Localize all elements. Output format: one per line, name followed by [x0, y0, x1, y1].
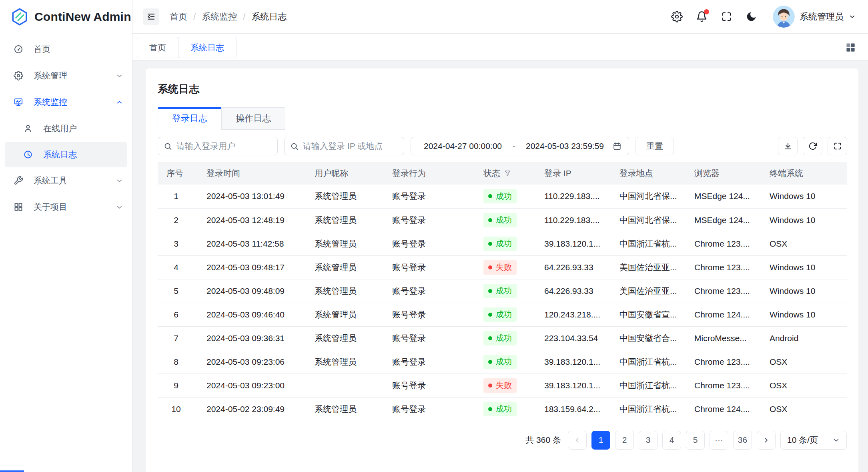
cell-behavior: 账号登录 — [392, 279, 483, 303]
cell-nickname: 系统管理员 — [315, 326, 392, 350]
login-user-search[interactable] — [158, 137, 278, 155]
reset-button[interactable]: 重置 — [635, 137, 674, 155]
cell-behavior: 账号登录 — [392, 303, 483, 326]
sidebar-menu: 首页 系统管理 系统监控 — [0, 34, 132, 220]
export-button[interactable] — [778, 137, 798, 155]
table-row: 7 2024-05-03 09:36:31 系统管理员 账号登录 成功 223.… — [158, 326, 847, 350]
sidebar-collapse-button[interactable] — [143, 8, 159, 25]
sidebar-item-online-users[interactable]: 在线用户 — [0, 115, 132, 142]
cell-os: OSX — [770, 232, 847, 255]
refresh-button[interactable] — [803, 137, 822, 155]
cell-browser: Chrome 123.... — [694, 255, 770, 279]
sidebar-item-system-log[interactable]: 系统日志 — [5, 142, 127, 167]
table-fullscreen-button[interactable] — [828, 137, 847, 155]
page-number-label: 4 — [670, 435, 674, 445]
pagination-total: 共 360 条 — [525, 434, 561, 446]
page-number-button[interactable]: 5 — [686, 431, 705, 450]
cell-time: 2024-05-03 09:36:31 — [206, 326, 315, 350]
cell-location: 中国浙江省杭... — [619, 397, 694, 421]
page-number-button[interactable]: ··· — [710, 431, 728, 450]
cell-behavior: 账号登录 — [392, 255, 483, 279]
tab-login-log[interactable]: 登录日志 — [158, 107, 222, 130]
cell-os: Windows 10 — [770, 185, 847, 208]
settings-button[interactable] — [671, 11, 683, 22]
status-dot-icon — [488, 384, 492, 388]
page-number-button[interactable]: 2 — [615, 431, 634, 450]
tab-system-log[interactable]: 系统日志 — [178, 37, 237, 58]
table-row: 10 2024-05-02 23:09:49 系统管理员 账号登录 成功 183… — [158, 397, 847, 421]
table-row: 6 2024-05-03 09:46:40 系统管理员 账号登录 成功 120.… — [158, 303, 847, 326]
sidebar-item-system-management[interactable]: 系统管理 — [0, 62, 132, 89]
page-number-button[interactable]: 4 — [662, 431, 681, 450]
app-root: ContiNew Admin 首页 系统管理 — [0, 0, 868, 472]
refresh-icon — [808, 142, 817, 151]
login-ip-search[interactable] — [284, 137, 404, 155]
login-ip-input[interactable] — [303, 141, 398, 151]
cell-status: 成功 — [483, 350, 544, 374]
status-badge: 成功 — [483, 331, 517, 345]
date-range-picker[interactable]: 2024-04-27 00:00:00 - 2024-05-03 23:59:5… — [411, 137, 629, 155]
cell-ip: 39.183.120.1... — [544, 350, 619, 374]
date-end[interactable]: 2024-05-03 23:59:59 — [526, 141, 604, 151]
tab-actions-button[interactable] — [845, 42, 856, 53]
tab-home[interactable]: 首页 — [137, 37, 178, 58]
download-icon — [784, 142, 792, 151]
cell-no: 6 — [158, 303, 206, 326]
fullscreen-button[interactable] — [721, 11, 732, 22]
cell-behavior: 账号登录 — [392, 326, 483, 350]
status-label: 成功 — [496, 333, 512, 343]
user-menu[interactable]: 系统管理员 — [773, 6, 856, 28]
login-user-input[interactable] — [176, 141, 272, 151]
cell-status: 成功 — [483, 232, 544, 255]
date-start[interactable]: 2024-04-27 00:00:00 — [424, 141, 502, 151]
filter-funnel-icon[interactable] — [504, 169, 511, 177]
table-row: 1 2024-05-03 13:01:49 系统管理员 账号登录 成功 110.… — [158, 185, 847, 208]
page-size-select[interactable]: 10 条/页 — [780, 431, 847, 450]
sidebar-item-system-monitor[interactable]: 系统监控 — [0, 89, 132, 115]
status-dot-icon — [488, 218, 492, 222]
breadcrumb-section[interactable]: 系统监控 — [202, 11, 237, 23]
breadcrumb-current: 系统日志 — [251, 11, 287, 23]
page-number-button[interactable]: 36 — [733, 431, 752, 450]
sidebar-item-about-project[interactable]: 关于项目 — [0, 194, 132, 220]
dark-mode-button[interactable] — [746, 11, 757, 22]
user-icon — [23, 124, 33, 133]
notifications-button[interactable] — [696, 11, 708, 22]
page-number-button[interactable]: 3 — [639, 431, 658, 450]
column-header-status: 状态 — [483, 162, 544, 185]
filter-row: 2024-04-27 00:00:00 - 2024-05-03 23:59:5… — [158, 137, 847, 155]
status-dot-icon — [488, 242, 492, 246]
cell-ip: 64.226.93.33 — [544, 279, 619, 303]
cell-browser: Chrome 123.... — [694, 232, 770, 255]
date-separator: - — [513, 141, 515, 151]
clock-icon — [23, 150, 33, 159]
cell-behavior: 账号登录 — [392, 350, 483, 374]
page-number-label: 5 — [693, 435, 698, 445]
prev-page-button[interactable] — [568, 431, 587, 450]
tab-operation-log[interactable]: 操作日志 — [221, 107, 285, 130]
cell-os: Windows 10 — [770, 279, 847, 303]
cell-os: OSX — [770, 374, 847, 397]
cell-no: 5 — [158, 279, 206, 303]
breadcrumb-home[interactable]: 首页 — [170, 11, 187, 23]
app-logo[interactable]: ContiNew Admin — [0, 0, 132, 34]
calendar-icon — [605, 142, 621, 151]
status-badge: 成功 — [483, 189, 517, 203]
cell-status: 成功 — [483, 208, 544, 232]
cell-no: 1 — [158, 185, 206, 208]
sidebar-item-system-tools[interactable]: 系统工具 — [0, 167, 132, 194]
cell-no: 9 — [158, 374, 206, 397]
cell-os: Windows 10 — [770, 255, 847, 279]
cell-nickname: 系统管理员 — [315, 279, 392, 303]
sidebar-item-home[interactable]: 首页 — [0, 36, 132, 62]
page-number-button[interactable]: 1 — [591, 431, 610, 450]
log-card: 系统日志 登录日志 操作日志 — [146, 68, 858, 472]
next-page-button[interactable] — [757, 431, 776, 450]
breadcrumb: 首页 / 系统监控 / 系统日志 — [170, 11, 287, 23]
cell-nickname: 系统管理员 — [315, 350, 392, 374]
status-label: 成功 — [496, 215, 512, 225]
cell-os: Android — [770, 326, 847, 350]
cell-status: 失败 — [483, 255, 544, 279]
cell-nickname: 系统管理员 — [315, 208, 392, 232]
cell-ip: 223.104.33.54 — [544, 326, 619, 350]
